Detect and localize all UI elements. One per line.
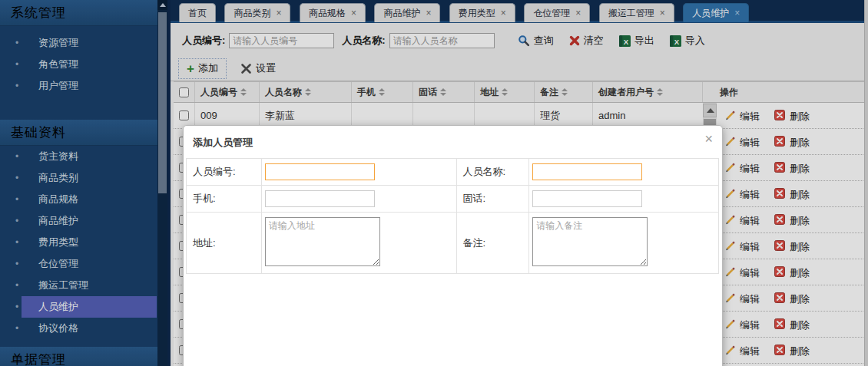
dialog-title: 添加人员管理 [193, 136, 253, 150]
field-label-address: 地址: [187, 213, 262, 274]
field-label-code: 人员编号: [187, 159, 262, 186]
dialog-code-input[interactable] [265, 163, 375, 180]
dialog-tel-input[interactable] [532, 190, 642, 207]
dialog-form: 人员编号: 人员名称: 手机: 固话: 地址: 备注: [186, 158, 719, 274]
add-personnel-dialog: 添加人员管理 × 人员编号: 人员名称: 手机: 固话: 地址: 备注: [183, 125, 723, 366]
dialog-note-textarea[interactable] [532, 217, 648, 266]
field-label-mobile: 手机: [187, 186, 262, 213]
app-window: 系统管理 •资源管理 •角色管理 •用户管理 基础资料 •货主资料 •商品类别 … [0, 0, 868, 366]
dialog-address-textarea[interactable] [265, 217, 380, 266]
dialog-mobile-input[interactable] [265, 190, 375, 207]
dialog-name-input[interactable] [532, 163, 642, 180]
close-icon[interactable]: × [704, 132, 713, 146]
field-label-name: 人员名称: [456, 159, 529, 186]
field-label-note: 备注: [456, 213, 529, 274]
field-label-tel: 固话: [456, 186, 529, 213]
